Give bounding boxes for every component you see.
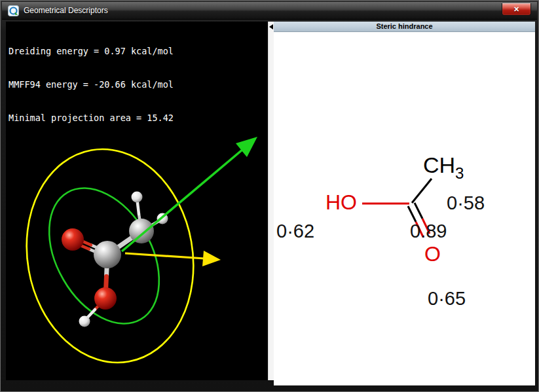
bond-c-ch3 [412, 179, 432, 203]
titlebar[interactable]: Geometrical Descriptors ✕ [2, 2, 537, 20]
app-icon [8, 5, 19, 16]
oxygen-atom [94, 287, 117, 310]
ho-label: HO [325, 190, 357, 214]
molecule-3d-view[interactable] [6, 125, 268, 380]
descriptors-panel: Dreiding energy = 0.97 kcal/mol MMFF94 e… [6, 22, 268, 380]
close-icon: ✕ [513, 5, 519, 14]
carbon-atom [94, 241, 121, 268]
window-frame: Geometrical Descriptors ✕ Dreiding energ… [0, 0, 539, 392]
steric-header: Steric hindrance [274, 22, 535, 32]
ch3-label: CH3 [423, 152, 464, 182]
viewer-background [6, 125, 268, 380]
panel-splitter[interactable] [268, 22, 274, 380]
steric-value-carbonyl: 0.89 [410, 221, 447, 241]
bond-c-o-double [415, 203, 422, 219]
oxygen-atom [62, 228, 84, 251]
bond-c-o-double [408, 206, 416, 222]
window-title: Geometrical Descriptors [24, 6, 108, 15]
descriptor-line: Dreiding energy = 0.97 kcal/mol [9, 46, 268, 57]
hydrogen-atom [132, 192, 143, 203]
molecule-2d-view: CH3 HO O 0·58 0·62 0.89 0·65 [274, 32, 535, 385]
steric-value-o: 0·65 [428, 288, 466, 309]
descriptor-line: MMFF94 energy = -20.66 kcal/mol [9, 79, 268, 90]
descriptor-line: Minimal projection area = 15.42 [9, 113, 268, 124]
o-label: O [424, 242, 441, 266]
carbon-atom [129, 219, 154, 243]
steric-value-ho: 0·62 [276, 221, 314, 241]
close-button[interactable]: ✕ [502, 3, 531, 16]
splitter-collapse-icon[interactable] [269, 24, 273, 29]
hydrogen-atom [79, 316, 90, 327]
steric-value-ch3: 0·58 [447, 192, 485, 213]
steric-panel: Steric hindrance CH3 HO O 0·58 0·62 0.89… [274, 22, 535, 385]
